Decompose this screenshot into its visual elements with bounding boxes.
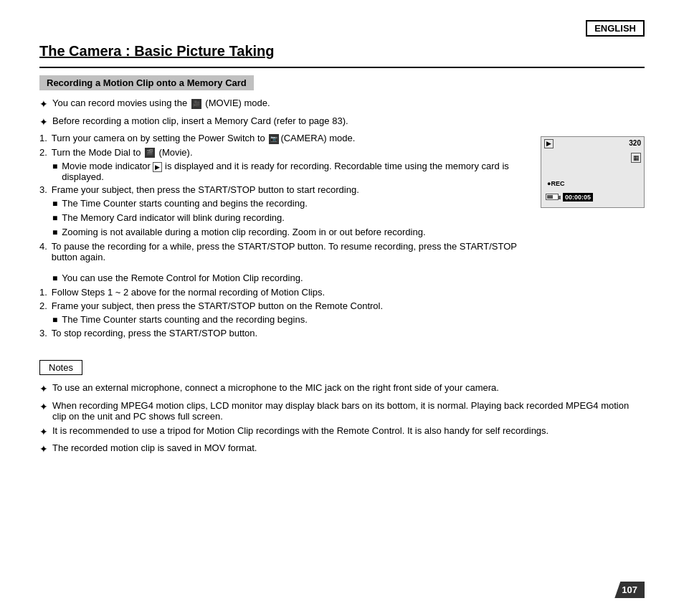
remote-step-1: 1. Follow Steps 1 ~ 2 above for the norm… [39, 287, 645, 298]
section-divider [39, 67, 645, 68]
intro-bullet-2: ✦ Before recording a motion clip, insert… [39, 115, 645, 130]
step-3: 3. Frame your subject, then press the ST… [39, 184, 530, 195]
remote-step-3: 3. To stop recording, press the START/ST… [39, 328, 645, 338]
square-icon-1: ■ [52, 161, 57, 173]
page-title: The Camera : Basic Picture Taking [39, 43, 645, 60]
english-badge: ENGLISH [586, 20, 645, 37]
cross-icon-3: ✦ [39, 382, 48, 397]
main-content: 1. Turn your camera on by setting the Po… [39, 133, 645, 265]
steps-column: 1. Turn your camera on by setting the Po… [39, 133, 530, 265]
resolution-display: 320 [629, 139, 641, 147]
remote-intro-bullet: ■ You can use the Remote Control for Mot… [52, 273, 645, 285]
square-icon-3: ■ [52, 212, 57, 224]
notes-label: Notes [39, 360, 82, 375]
remote-section: ■ You can use the Remote Control for Mot… [39, 273, 645, 339]
camera-preview: ▶ 320 ▦ ●REC 00:00:05 [541, 136, 645, 265]
intro-bullet-1: ✦ You can record movies using the 🎥 (MOV… [39, 98, 645, 112]
square-icon-4: ■ [52, 227, 57, 239]
step-3-sub-1: ■ The Time Counter starts counting and b… [52, 198, 530, 210]
notes-bullet-2: ✦ When recording MPEG4 motion clips, LCD… [39, 400, 645, 422]
notes-section: Notes ✦ To use an external microphone, c… [39, 360, 645, 457]
cross-icon-1: ✦ [39, 98, 48, 112]
step-4: 4. To pause the recording for a while, p… [39, 241, 530, 262]
camera-icon: 📷 [269, 134, 279, 144]
battery-fill [547, 195, 553, 199]
cross-icon-2: ✦ [39, 115, 48, 130]
cross-icon-6: ✦ [39, 442, 48, 457]
rec-label: ●REC [547, 180, 564, 187]
viewfinder-icon: ▶ [544, 139, 554, 148]
timecode-display: 00:00:05 [563, 193, 593, 202]
step-2-sub-1: ■ Movie mode indicator ▶ is displayed an… [52, 161, 530, 182]
mode-indicator-icon: ▶ [153, 162, 162, 172]
battery-icon [546, 194, 559, 200]
remote-step-2-sub-1: ■ The Time Counter starts counting and t… [52, 314, 645, 326]
square-icon-2: ■ [52, 198, 57, 210]
step-2: 2. Turn the Mode Dial to 🎬 (Movie). [39, 147, 530, 158]
notes-bullet-3: ✦ It is recommended to use a tripod for … [39, 425, 645, 440]
movie-mode-icon: 🎥 [191, 99, 201, 109]
notes-bullet-4: ✦ The recorded motion clip is saved in M… [39, 442, 645, 457]
card-indicator: ▦ [631, 153, 641, 163]
square-icon-6: ■ [52, 314, 57, 326]
notes-bullet-1: ✦ To use an external microphone, connect… [39, 382, 645, 397]
page: ENGLISH The Camera : Basic Picture Takin… [0, 0, 684, 616]
square-icon-5: ■ [52, 273, 57, 285]
cross-icon-4: ✦ [39, 400, 48, 414]
cross-icon-5: ✦ [39, 425, 48, 440]
step-1: 1. Turn your camera on by setting the Po… [39, 133, 530, 144]
step-3-sub-2: ■ The Memory Card indicator will blink d… [52, 212, 530, 224]
page-number: 107 [614, 582, 645, 598]
step-3-sub-3: ■ Zooming is not available during a moti… [52, 227, 530, 239]
movie-dial-icon: 🎬 [145, 148, 155, 158]
camera-screen: ▶ 320 ▦ ●REC 00:00:05 [541, 136, 645, 208]
section-header: Recording a Motion Clip onto a Memory Ca… [39, 75, 254, 90]
remote-step-2: 2. Frame your subject, then press the ST… [39, 300, 645, 311]
